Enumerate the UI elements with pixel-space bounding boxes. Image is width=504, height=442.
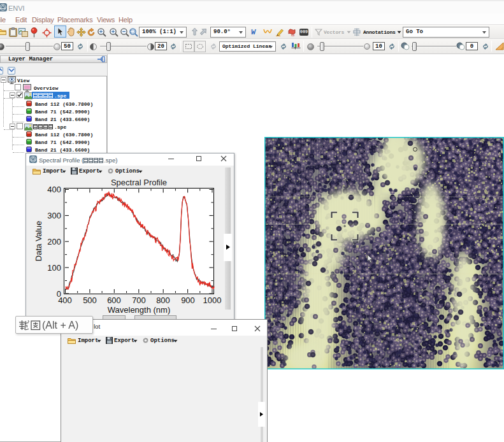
svg-text:roi: roi (291, 34, 294, 37)
